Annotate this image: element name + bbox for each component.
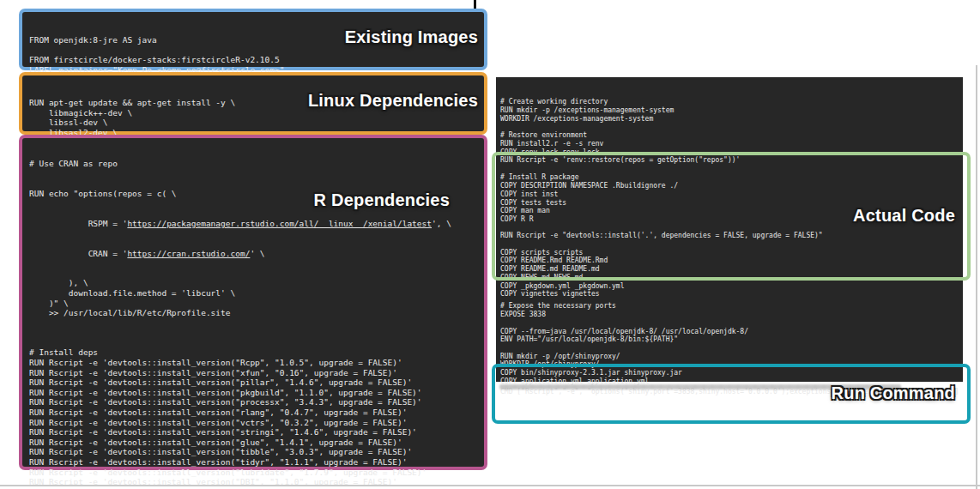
- linux-dependencies-label: Linux Dependencies: [308, 91, 478, 111]
- rspm-url: https://packagemanager.rstudio.com/all/_…: [127, 219, 432, 228]
- r-dependencies-box: # Use CRAN as repo RUN echo "options(rep…: [19, 135, 487, 470]
- run-command-label: Run Command: [832, 383, 955, 403]
- leader-line-tick: [474, 0, 476, 9]
- cran-url: https://cran.rstudio.com/: [127, 249, 250, 258]
- existing-images-label: Existing Images: [345, 27, 478, 47]
- actual-code-label: Actual Code: [853, 206, 955, 226]
- r-dependencies-label: R Dependencies: [314, 190, 450, 210]
- annotated-dockerfile-figure: FROM openjdk:8-jre AS java FROM firstcir…: [0, 0, 980, 489]
- frame-right-edge: [976, 65, 977, 489]
- frame-bottom-edge: [0, 485, 980, 486]
